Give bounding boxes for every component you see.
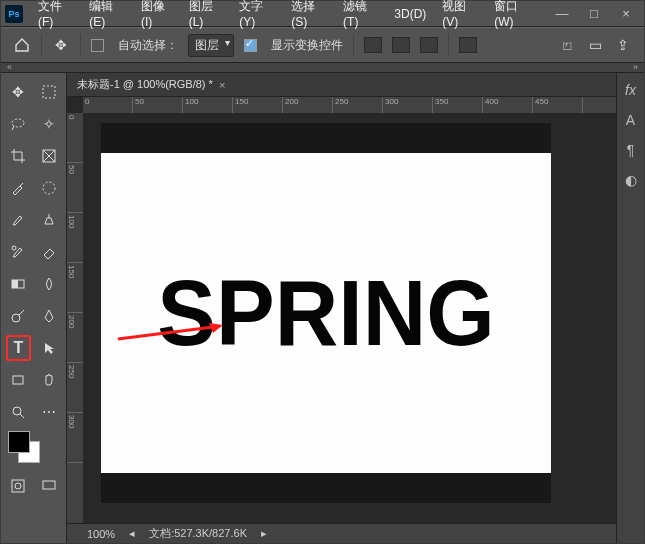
dodge-tool[interactable] xyxy=(6,303,31,329)
menu-layer[interactable]: 图层(L) xyxy=(188,0,225,31)
magic-wand-tool[interactable]: ✧ xyxy=(37,111,62,137)
status-zoom[interactable]: 100% xyxy=(87,528,115,540)
menu-image[interactable]: 图像(I) xyxy=(140,0,174,31)
menu-view[interactable]: 视图(V) xyxy=(441,0,479,31)
gradient-tool[interactable] xyxy=(6,271,31,297)
pen-tool[interactable] xyxy=(37,303,62,329)
canvas-artboard[interactable]: SPRING xyxy=(101,153,551,473)
svg-point-5 xyxy=(43,182,55,194)
svg-line-13 xyxy=(20,414,24,418)
color-swatches[interactable] xyxy=(8,431,48,467)
app-logo: Ps xyxy=(5,5,23,23)
minimize-button[interactable]: — xyxy=(548,3,576,25)
lasso-tool[interactable] xyxy=(6,111,31,137)
menu-edit[interactable]: 编辑(E) xyxy=(88,0,126,31)
marquee-tool[interactable] xyxy=(37,79,62,105)
menu-window[interactable]: 窗口(W) xyxy=(493,0,534,31)
right-panel: fx A ¶ ◐ xyxy=(616,73,644,543)
document-tab[interactable]: 未标题-1 @ 100%(RGB/8) * × xyxy=(67,73,616,97)
panel-paragraph-icon[interactable]: ¶ xyxy=(620,139,642,161)
menu-filter[interactable]: 滤镜(T) xyxy=(342,0,379,31)
svg-point-15 xyxy=(15,483,21,489)
screen-mode-button[interactable] xyxy=(37,473,62,499)
maximize-button[interactable]: □ xyxy=(580,3,608,25)
foreground-color-swatch[interactable] xyxy=(8,431,30,453)
panel-collapse-strip[interactable]: « » xyxy=(1,63,644,73)
arrange-icon[interactable]: ▭ xyxy=(586,36,604,54)
share-icon[interactable]: ⇪ xyxy=(614,36,632,54)
align-left-icon[interactable] xyxy=(364,37,382,53)
align-top-icon[interactable] xyxy=(459,37,477,53)
svg-rect-16 xyxy=(43,481,55,489)
status-docinfo-value: 527.3K/827.6K xyxy=(174,527,247,539)
brush-tool[interactable] xyxy=(6,207,31,233)
chevron-right-icon: » xyxy=(633,62,638,72)
chevron-left-icon: « xyxy=(7,62,12,72)
history-brush-tool[interactable] xyxy=(6,239,31,265)
status-info-chevron-icon[interactable]: ▸ xyxy=(261,527,267,540)
auto-select-dropdown[interactable]: 图层 xyxy=(188,34,234,57)
document-tab-title: 未标题-1 @ 100%(RGB/8) * xyxy=(77,77,213,92)
show-transform-label: 显示变换控件 xyxy=(271,37,343,54)
svg-point-9 xyxy=(12,314,20,322)
close-button[interactable]: × xyxy=(612,3,640,25)
crop-tool[interactable] xyxy=(6,143,31,169)
menu-3d[interactable]: 3D(D) xyxy=(393,5,427,23)
blur-tool[interactable] xyxy=(37,271,62,297)
auto-select-checkbox[interactable] xyxy=(91,39,104,52)
menu-type[interactable]: 文字(Y) xyxy=(238,0,276,31)
3d-mode-icon[interactable]: ⏍ xyxy=(558,36,576,54)
path-selection-tool[interactable] xyxy=(37,335,61,361)
eyedropper-tool[interactable] xyxy=(6,175,31,201)
status-scroll-left-icon[interactable]: ◂ xyxy=(129,527,135,540)
align-center-h-icon[interactable] xyxy=(392,37,410,53)
eraser-tool[interactable] xyxy=(37,239,62,265)
home-icon[interactable] xyxy=(13,36,31,54)
align-right-icon[interactable] xyxy=(420,37,438,53)
quick-mask-button[interactable] xyxy=(6,473,31,499)
canvas-text-layer[interactable]: SPRING xyxy=(157,259,494,366)
panel-character-icon[interactable]: A xyxy=(620,109,642,131)
svg-point-1 xyxy=(12,119,24,127)
ruler-horizontal[interactable]: 0 50 100 150 200 250 300 350 400 450 xyxy=(83,97,616,113)
svg-rect-11 xyxy=(13,376,23,384)
canvas[interactable]: SPRING xyxy=(101,123,551,503)
status-docinfo-label: 文档: xyxy=(149,527,174,539)
auto-select-label: 自动选择： xyxy=(118,37,178,54)
svg-point-6 xyxy=(12,246,16,250)
show-transform-checkbox[interactable] xyxy=(244,39,257,52)
hand-tool[interactable] xyxy=(37,367,62,393)
zoom-tool[interactable] xyxy=(6,399,31,425)
svg-rect-0 xyxy=(43,86,55,98)
type-tool[interactable]: T xyxy=(6,335,31,361)
menu-file[interactable]: 文件(F) xyxy=(37,0,74,31)
rectangle-tool[interactable] xyxy=(6,367,31,393)
panel-fx-icon[interactable]: fx xyxy=(620,79,642,101)
svg-line-10 xyxy=(19,310,24,315)
svg-rect-8 xyxy=(12,280,18,288)
clone-stamp-tool[interactable] xyxy=(37,207,62,233)
document-tab-close-icon[interactable]: × xyxy=(219,79,225,91)
frame-tool[interactable] xyxy=(37,143,62,169)
tools-panel: ✥ ✧ xyxy=(1,73,67,543)
panel-adjustments-icon[interactable]: ◐ xyxy=(620,169,642,191)
ruler-vertical[interactable]: 0 50 100 150 200 250 300 xyxy=(67,113,83,523)
menu-select[interactable]: 选择(S) xyxy=(290,0,328,31)
move-tool-indicator-icon[interactable]: ✥ xyxy=(52,36,70,54)
move-tool[interactable]: ✥ xyxy=(6,79,31,105)
healing-tool[interactable] xyxy=(37,175,62,201)
svg-point-12 xyxy=(13,407,21,415)
svg-rect-14 xyxy=(12,480,24,492)
edit-toolbar-button[interactable]: ⋯ xyxy=(37,399,62,425)
